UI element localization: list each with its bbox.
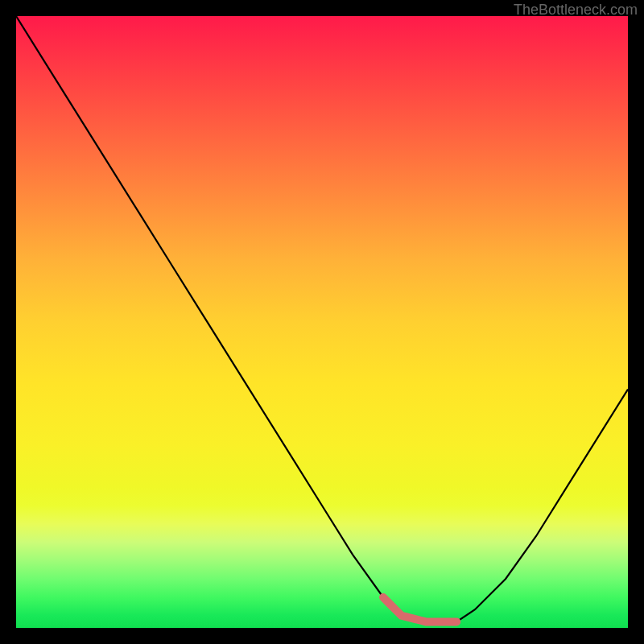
optimal-range-highlight bbox=[383, 597, 456, 621]
chart-container: TheBottleneck.com bbox=[0, 0, 644, 644]
plot-area bbox=[16, 16, 628, 628]
bottleneck-curve bbox=[16, 16, 628, 621]
curve-svg bbox=[16, 16, 628, 628]
